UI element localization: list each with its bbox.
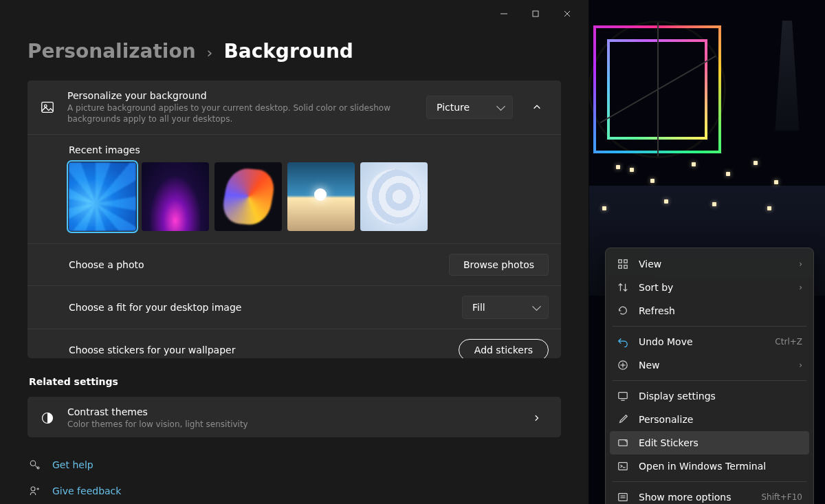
ctx-new-label: New (639, 360, 789, 371)
minimize-button[interactable] (488, 3, 520, 25)
choose-fit-label: Choose a fit for your desktop image (69, 302, 450, 313)
get-help-label: Get help (52, 459, 94, 470)
fit-select[interactable]: Fill (462, 296, 549, 319)
contrast-icon (40, 410, 55, 426)
ctx-terminal-label: Open in Windows Terminal (639, 461, 802, 472)
breadcrumb-current: Background (223, 40, 353, 63)
refresh-icon (617, 305, 629, 317)
wallpaper-thumb[interactable] (142, 162, 209, 231)
ctx-more-options[interactable]: Show more options Shift+F10 (610, 485, 809, 504)
close-button[interactable] (551, 3, 583, 25)
svg-rect-13 (624, 265, 627, 268)
ctx-sort-label: Sort by (639, 282, 789, 293)
get-help-link[interactable]: Get help (28, 452, 561, 478)
ctx-new[interactable]: New › (610, 353, 809, 377)
chevron-right-icon: › (799, 259, 802, 269)
ctx-edit-stickers[interactable]: Edit Stickers (610, 431, 809, 454)
give-feedback-link[interactable]: Give feedback (28, 478, 561, 504)
contrast-themes-row[interactable]: Contrast themes Color themes for low vis… (28, 397, 561, 437)
svg-rect-1 (533, 11, 538, 17)
recent-images-row: Recent images (28, 134, 561, 243)
ctx-open-terminal[interactable]: Open in Windows Terminal (610, 454, 809, 478)
svg-rect-17 (619, 393, 627, 399)
ctx-refresh[interactable]: Refresh (610, 299, 809, 322)
choose-stickers-label: Choose stickers for your wallpaper (69, 344, 446, 355)
contrast-themes-subtitle: Color themes for low vision, light sensi… (67, 419, 425, 430)
svg-point-8 (37, 467, 39, 469)
sticker-icon (617, 437, 629, 449)
related-settings-heading: Related settings (29, 376, 561, 387)
ctx-view[interactable]: View › (610, 252, 809, 276)
chevron-right-icon: › (799, 283, 802, 292)
ctx-refresh-label: Refresh (639, 305, 802, 316)
browse-photos-button[interactable]: Browse photos (449, 254, 549, 276)
background-type-subtitle: A picture background applies to your cur… (67, 102, 414, 124)
collapse-button[interactable] (525, 96, 549, 119)
ferris-wheel-graphic (588, 21, 726, 158)
sort-icon (617, 281, 629, 294)
chevron-right-icon: › (799, 360, 802, 370)
chevron-right-icon: › (207, 44, 213, 61)
ctx-more-label: Show more options (639, 492, 751, 503)
breadcrumb: Personalization › Background (28, 40, 561, 63)
feedback-icon (28, 483, 43, 498)
recent-images-list (69, 162, 549, 231)
more-options-icon (617, 491, 629, 503)
background-type-title: Personalize your background (67, 90, 414, 101)
terminal-icon (617, 460, 629, 472)
desktop-context-menu: View › Sort by › Refresh Undo Move Ctrl+… (605, 248, 814, 504)
give-feedback-label: Give feedback (52, 485, 121, 496)
window-titlebar (0, 0, 588, 28)
svg-point-9 (31, 487, 35, 491)
ctx-personalize[interactable]: Personalize (610, 408, 809, 431)
settings-window: Personalization › Background Personalize… (0, 0, 588, 504)
tower-graphic (763, 21, 811, 131)
choose-fit-row: Choose a fit for your desktop image Fill (28, 285, 561, 329)
wallpaper-thumb[interactable] (287, 162, 355, 231)
ctx-sort-by[interactable]: Sort by › (610, 276, 809, 299)
svg-rect-11 (624, 260, 627, 263)
svg-rect-10 (619, 260, 622, 263)
brush-icon (617, 413, 629, 426)
ctx-personalize-label: Personalize (639, 414, 802, 425)
svg-point-7 (30, 461, 36, 466)
ctx-more-accel: Shift+F10 (761, 492, 802, 502)
maximize-button[interactable] (520, 3, 551, 25)
ctx-display-settings[interactable]: Display settings (610, 384, 809, 408)
breadcrumb-parent[interactable]: Personalization (28, 40, 196, 63)
ctx-separator (613, 481, 806, 482)
chevron-right-icon (525, 406, 549, 430)
svg-rect-22 (619, 494, 627, 501)
wallpaper-thumb[interactable] (214, 162, 282, 231)
background-type-select[interactable]: Picture (426, 96, 513, 119)
display-icon (617, 390, 629, 402)
ctx-display-label: Display settings (639, 391, 802, 402)
add-stickers-button[interactable]: Add stickers (459, 339, 549, 358)
recent-images-label: Recent images (69, 144, 549, 155)
ctx-undo[interactable]: Undo Move Ctrl+Z (610, 330, 809, 353)
ctx-separator (613, 380, 806, 381)
choose-stickers-row: Choose stickers for your wallpaper Add s… (28, 329, 561, 358)
plus-circle-icon (617, 359, 629, 371)
related-settings-card: Contrast themes Color themes for low vis… (28, 397, 561, 437)
background-settings-card: Personalize your background A picture ba… (28, 80, 561, 358)
ctx-undo-accel: Ctrl+Z (775, 337, 802, 347)
ctx-edit-stickers-label: Edit Stickers (639, 437, 802, 448)
svg-rect-4 (42, 102, 54, 113)
ctx-view-label: View (639, 259, 789, 270)
grid-icon (617, 258, 629, 270)
ctx-undo-label: Undo Move (639, 336, 765, 347)
ctx-separator (613, 326, 806, 327)
choose-photo-row: Choose a photo Browse photos (28, 243, 561, 285)
wallpaper-thumb[interactable] (360, 162, 428, 231)
image-icon (40, 100, 55, 115)
wallpaper-thumb[interactable] (69, 162, 136, 231)
undo-icon (617, 336, 629, 348)
svg-rect-12 (619, 265, 622, 268)
contrast-themes-title: Contrast themes (67, 406, 513, 417)
choose-photo-label: Choose a photo (69, 259, 437, 270)
background-type-row[interactable]: Personalize your background A picture ba… (28, 80, 561, 134)
help-icon (28, 457, 43, 472)
